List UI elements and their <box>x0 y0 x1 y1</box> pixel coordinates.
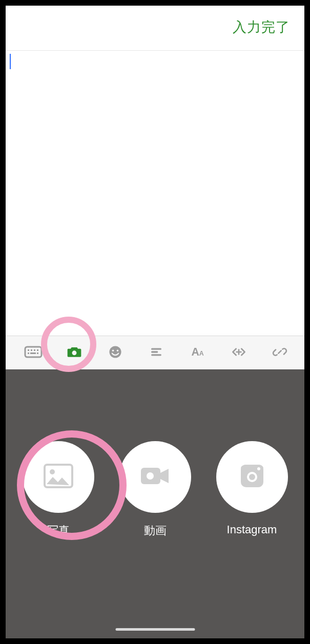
svg-rect-0 <box>25 347 42 357</box>
link-toolbar-button[interactable] <box>259 336 300 370</box>
emoji-icon <box>107 344 123 362</box>
text-cursor <box>10 54 11 69</box>
image-icon <box>44 464 73 490</box>
top-bar: 入力完了 <box>6 6 304 51</box>
video-camera-icon <box>140 465 171 489</box>
svg-point-22 <box>147 472 154 480</box>
emoji-toolbar-button[interactable] <box>95 336 136 370</box>
font-toolbar-button[interactable]: AA <box>177 336 218 370</box>
photo-option[interactable]: 写真 <box>15 441 102 538</box>
video-option-circle <box>119 441 191 513</box>
svg-point-11 <box>117 349 119 351</box>
done-button[interactable]: 入力完了 <box>233 18 290 36</box>
instagram-option[interactable]: Instagram <box>209 441 296 536</box>
keyboard-icon <box>24 343 43 363</box>
link-icon <box>272 344 288 362</box>
attachment-panel: 写真 動画 Instagram <box>6 369 304 638</box>
font-size-icon: AA <box>190 344 206 362</box>
svg-rect-7 <box>30 352 36 354</box>
svg-point-9 <box>110 346 121 358</box>
embed-toolbar-button[interactable] <box>218 336 259 370</box>
keyboard-toolbar-button[interactable] <box>13 336 54 370</box>
svg-text:A: A <box>191 346 199 358</box>
svg-rect-4 <box>37 349 38 351</box>
camera-toolbar-button[interactable] <box>54 336 95 370</box>
camera-icon <box>66 344 82 362</box>
svg-rect-5 <box>28 352 29 354</box>
svg-rect-13 <box>151 351 158 352</box>
svg-rect-14 <box>151 354 161 356</box>
video-option[interactable]: 動画 <box>112 441 199 538</box>
code-embed-icon <box>231 344 247 362</box>
svg-rect-2 <box>31 349 32 351</box>
instagram-icon <box>239 463 265 491</box>
svg-rect-12 <box>151 348 161 349</box>
svg-point-25 <box>249 474 255 480</box>
svg-point-10 <box>112 349 114 351</box>
svg-rect-1 <box>28 349 29 351</box>
align-toolbar-button[interactable] <box>136 336 177 370</box>
text-editor[interactable] <box>6 51 304 336</box>
instagram-option-label: Instagram <box>227 523 277 536</box>
photo-option-label: 写真 <box>47 523 70 538</box>
app-screen: 入力完了 AA <box>6 6 304 638</box>
svg-rect-6 <box>37 352 38 354</box>
photo-option-circle <box>23 441 94 513</box>
video-option-label: 動画 <box>144 523 167 538</box>
home-indicator[interactable] <box>115 628 195 631</box>
svg-rect-3 <box>34 349 35 351</box>
svg-point-20 <box>50 469 55 474</box>
editor-toolbar: AA <box>6 336 304 369</box>
align-left-icon <box>149 344 164 362</box>
instagram-option-circle <box>216 441 288 513</box>
svg-text:A: A <box>199 350 203 357</box>
svg-point-28 <box>257 467 260 470</box>
svg-point-8 <box>72 350 77 355</box>
